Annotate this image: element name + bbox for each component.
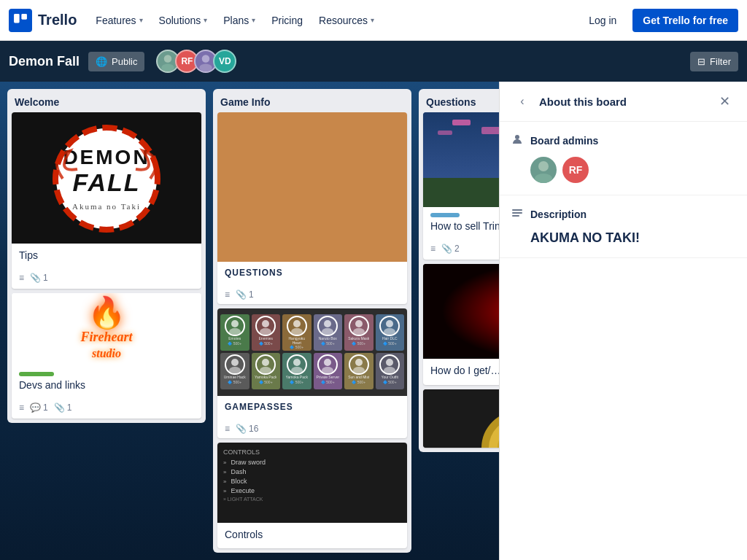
svg-point-16 [293,320,301,327]
nav-features[interactable]: Features ▾ [88,9,150,32]
card-badge-attachments: 📎 1 [30,273,48,283]
description-icon: ≡ [19,402,24,413]
back-icon: ‹ [520,95,524,108]
card-title: Tips [19,249,194,261]
list-game-info: Game Info QUESTIONS ≡ 📎 1 [213,89,411,553]
card-cover-gamepasses: Emotes🔷 500+Enemies🔷 500+Hangyoku Heart🔷… [217,308,407,396]
card-questions[interactable]: QUESTIONS ≡ 📎 1 [217,112,407,304]
board-background: Welcome DEMON [0,82,747,560]
close-icon: ✕ [719,93,730,109]
card-gamepasses[interactable]: Emotes🔷 500+Enemies🔷 500+Hangyoku Heart🔷… [217,308,407,438]
chevron-down-icon: ▾ [371,16,374,24]
about-admins-section: Board admins RF [500,122,747,195]
about-header: ‹ About this board ✕ [500,82,747,122]
signup-button[interactable]: Get Trello for free [632,9,738,32]
list-title: Welcome [7,89,206,112]
card-footer: ≡ 📎 1 [12,270,201,289]
admin-avatar[interactable] [530,157,557,183]
attachment-icon: 📎 [54,402,65,413]
nav-plans[interactable]: Plans ▾ [216,9,263,32]
card-body: Controls [217,523,407,548]
card-footer: ≡ 📎 1 [217,287,407,304]
gamepass-item: Yamoka Pack🔷 500+ [252,353,281,389]
about-panel-title: About this board [539,96,627,108]
svg-text:DEMON: DEMON [63,146,150,168]
trello-icon [9,9,32,32]
card-badge-description: ≡ [19,273,24,283]
attachment-icon: 📎 [236,424,247,434]
card-title: GAMEPASSES [225,402,400,412]
nav-resources[interactable]: Resources ▾ [311,9,382,32]
control-item: » Block [223,478,401,485]
svg-point-26 [262,359,269,366]
trello-logo[interactable]: Trello [9,9,77,32]
nav-solutions[interactable]: Solutions ▾ [152,9,215,32]
about-description-section: Description AKUMA NO TAKI! [500,195,747,258]
admin-avatar[interactable]: RF [562,157,589,183]
svg-point-14 [262,320,269,327]
board-description: AKUMA NO TAKI! [511,230,735,246]
gamepass-item: Yamoka Pack🔷 500+ [282,353,311,389]
card-controls[interactable]: Controls » Draw sword » Dash » Block [217,443,407,548]
card-title: Devs and links [19,379,194,391]
card-tips[interactable]: DEMON FALL Akuma no Taki Tips [12,112,201,289]
card-badge-description: ≡ [225,289,230,300]
section-title: Board admins [530,135,598,147]
card-badge-attachments: 📎 1 [236,289,254,300]
description-icon [511,207,523,222]
svg-rect-0 [14,14,20,23]
gamepass-item: Private Server🔷 500+ [314,353,343,389]
nav-items: Features ▾ Solutions ▾ Plans ▾ Pricing R… [88,9,578,32]
about-nav: ‹ About this board [511,90,627,112]
about-back-button[interactable]: ‹ [511,90,533,112]
svg-rect-58 [512,209,522,211]
svg-point-57 [535,174,552,183]
svg-point-19 [322,328,333,335]
svg-point-27 [260,367,271,373]
svg-point-34 [386,359,393,366]
card-devs-links[interactable]: 🔥 Fireheartstudio Devs and links ≡ � [12,293,201,419]
chevron-down-icon: ▾ [204,16,207,24]
card-cover-fireheart: 🔥 Fireheartstudio [12,293,201,366]
controls-section-label: Controls [223,448,401,456]
card-badge-description: ≡ [225,424,230,434]
comment-icon: 💬 [30,402,41,413]
svg-point-17 [291,328,303,335]
fire-icon: 🔥 [88,298,125,328]
attachment-icon: 📎 [441,244,452,254]
list-cards: DEMON FALL Akuma no Taki Tips [7,112,206,423]
card-badge-description: ≡ [19,402,24,413]
gamepass-item: Hair DLC🔷 500+ [376,314,405,351]
description-icon: ≡ [19,273,24,283]
board-header: Demon Fall 🌐 Public RF VD ⊟ Filter [0,41,747,82]
card-footer: ≡ 📎 16 [217,421,407,438]
description-icon: ≡ [430,244,436,254]
attachment-icon: 📎 [236,289,247,300]
svg-rect-1 [21,14,27,20]
list-cards: QUESTIONS ≡ 📎 1 Emote [213,112,411,553]
nav-pricing[interactable]: Pricing [264,9,310,32]
card-title: QUESTIONS [225,268,400,278]
description-icon: ≡ [225,424,230,434]
card-cover-demon-fall: DEMON FALL Akuma no Taki [12,112,201,244]
login-button[interactable]: Log in [578,9,627,32]
svg-point-21 [353,328,365,335]
trello-text: Trello [38,12,77,28]
about-panel: ‹ About this board ✕ Board admins [499,82,747,560]
board-visibility-button[interactable]: 🌐 Public [88,52,144,71]
avatar[interactable]: VD [213,50,236,73]
card-label [19,372,54,376]
card-title: Controls [225,529,400,540]
svg-rect-60 [512,215,519,217]
svg-point-56 [538,161,549,171]
about-close-button[interactable]: ✕ [713,90,735,112]
svg-point-22 [386,320,393,327]
gamepasses-grid: Emotes🔷 500+Enemies🔷 500+Hangyoku Heart🔷… [217,311,407,392]
card-cover-orange [217,112,407,262]
card-footer: ≡ 💬 1 📎 1 [12,400,201,419]
filter-button[interactable]: ⊟ Filter [690,52,738,71]
card-body: Tips [12,244,201,270]
svg-point-2 [164,55,172,63]
control-item: » Draw sword [223,459,401,466]
svg-point-29 [291,367,303,373]
